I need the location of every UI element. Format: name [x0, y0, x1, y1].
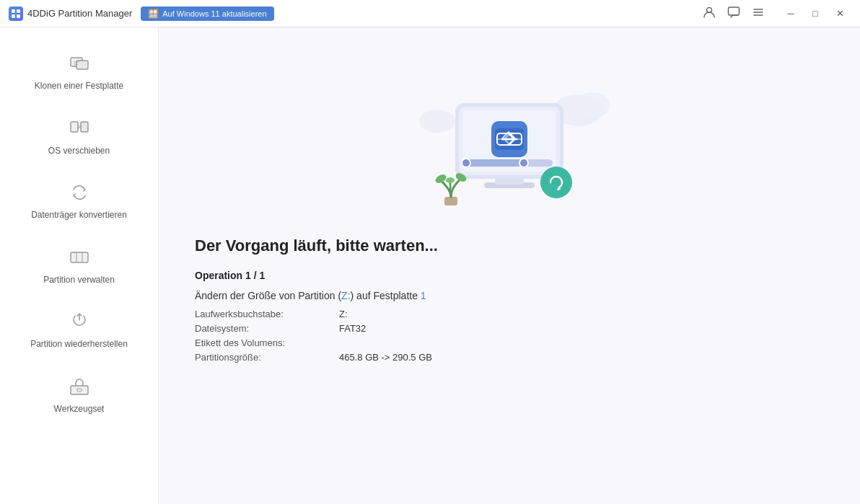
close-button[interactable]: ✕ — [828, 4, 851, 24]
svg-point-32 — [519, 159, 528, 167]
svg-rect-5 — [729, 7, 740, 15]
restore-partition-icon — [66, 309, 92, 335]
svg-point-33 — [540, 167, 572, 198]
operation-title: Operation 1 / 1 — [195, 270, 824, 281]
badge-label: Auf Windows 11 aktualisieren — [162, 9, 266, 18]
svg-point-31 — [462, 159, 470, 167]
sidebar: Klonen einer Festplatte OS verschieben — [0, 27, 159, 504]
svg-rect-3 — [17, 14, 20, 18]
manage-partition-icon — [66, 244, 92, 270]
drive-letter-row: Laufwerksbuchstabe: Z: — [195, 309, 824, 319]
badge-icon: 🪟 — [148, 9, 159, 19]
svg-rect-1 — [17, 9, 20, 13]
svg-rect-12 — [81, 122, 88, 132]
svg-point-20 — [419, 110, 455, 133]
svg-rect-34 — [444, 197, 457, 205]
illustration-container — [195, 56, 824, 215]
drive-letter-link[interactable]: Z: — [341, 290, 350, 301]
chat-icon[interactable] — [727, 6, 740, 21]
sidebar-item-clone-disk[interactable]: Klonen einer Festplatte — [22, 42, 137, 101]
disk-number-link[interactable]: 1 — [421, 290, 426, 301]
main-layout: Klonen einer Festplatte OS verschieben — [0, 27, 860, 504]
clone-disk-icon — [66, 50, 92, 76]
minimize-button[interactable]: ─ — [779, 4, 802, 24]
drive-letter-value: Z: — [339, 309, 348, 319]
sidebar-item-convert-disk-label: Datenträger konvertieren — [31, 210, 127, 221]
svg-point-19 — [574, 92, 610, 118]
volume-label-row: Etikett des Volumens: — [195, 337, 824, 348]
operation-heading-middle: ) auf Festplatte — [351, 290, 421, 301]
main-heading: Der Vorgang läuft, bitte warten... — [195, 236, 438, 255]
svg-rect-2 — [12, 14, 15, 18]
sidebar-item-restore-partition[interactable]: Partition wiederherstellen — [22, 300, 137, 359]
title-bar: 4DDiG Partition Manager 🪟 Auf Windows 11… — [0, 0, 860, 27]
migrate-os-icon — [66, 115, 92, 141]
svg-rect-11 — [71, 122, 78, 132]
operation-detail-heading: Ändern der Größe von Partition (Z:) auf … — [195, 290, 824, 301]
volume-label-label: Etikett des Volumens: — [195, 337, 339, 348]
partition-size-label: Partitionsgröße: — [195, 352, 339, 363]
window-buttons: ─ □ ✕ — [779, 4, 851, 24]
sidebar-item-convert-disk[interactable]: Datenträger konvertieren — [22, 171, 137, 230]
sidebar-item-toolbox-label: Werkzeugset — [54, 404, 105, 415]
menu-icon[interactable] — [752, 6, 765, 21]
sidebar-item-manage-partition-label: Partition verwalten — [43, 275, 115, 286]
operation-section: Operation 1 / 1 Ändern der Größe von Par… — [195, 270, 824, 366]
drive-letter-label: Laufwerksbuchstabe: — [195, 309, 339, 319]
svg-rect-16 — [71, 386, 88, 394]
filesystem-label: Dateisystem: — [195, 323, 339, 334]
sidebar-item-toolbox[interactable]: Werkzeugset — [22, 365, 137, 424]
maximize-button[interactable]: □ — [804, 4, 827, 24]
sidebar-item-restore-partition-label: Partition wiederherstellen — [30, 339, 128, 350]
filesystem-value: FAT32 — [339, 323, 366, 334]
account-icon[interactable] — [703, 6, 716, 21]
app-logo: 4DDiG Partition Manager — [9, 6, 132, 21]
title-bar-controls — [703, 6, 765, 21]
partition-size-row: Partitionsgröße: 465.8 GB -> 290.5 GB — [195, 352, 824, 363]
filesystem-row: Dateisystem: FAT32 — [195, 323, 824, 334]
content-area: Der Vorgang läuft, bitte warten... Opera… — [159, 27, 860, 504]
upgrade-badge[interactable]: 🪟 Auf Windows 11 aktualisieren — [141, 6, 273, 21]
svg-point-37 — [446, 177, 455, 183]
partition-size-value: 465.8 GB -> 290.5 GB — [339, 352, 432, 363]
operation-heading-prefix: Ändern der Größe von Partition ( — [195, 290, 341, 301]
sidebar-item-manage-partition[interactable]: Partition verwalten — [22, 236, 137, 295]
logo-icon — [9, 6, 23, 21]
convert-disk-icon — [66, 180, 92, 205]
svg-rect-30 — [466, 159, 524, 167]
toolbox-icon — [66, 373, 92, 399]
svg-rect-13 — [71, 252, 88, 262]
svg-rect-0 — [12, 9, 15, 13]
sidebar-item-migrate-os-label: OS verschieben — [48, 146, 110, 157]
sidebar-item-clone-disk-label: Klonen einer Festplatte — [35, 81, 123, 92]
illustration — [401, 56, 618, 215]
svg-point-35 — [434, 173, 448, 185]
sidebar-item-migrate-os[interactable]: OS verschieben — [22, 107, 137, 166]
app-name: 4DDiG Partition Manager — [27, 8, 132, 19]
